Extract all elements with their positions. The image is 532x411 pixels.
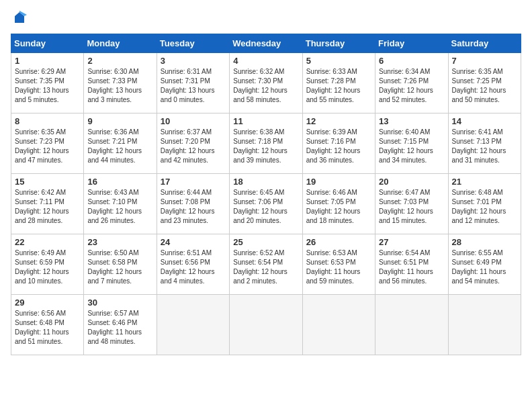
day-number: 1 [15,56,80,66]
day-number: 19 [306,177,371,187]
column-header-tuesday: Tuesday [157,34,229,53]
day-info: Sunrise: 6:42 AMSunset: 7:11 PMDaylight:… [15,188,80,226]
day-info: Sunrise: 6:56 AMSunset: 6:48 PMDaylight:… [15,309,80,347]
day-number: 9 [87,116,152,126]
calendar-day-cell: 10Sunrise: 6:37 AMSunset: 7:20 PMDayligh… [157,113,229,174]
calendar-day-cell [230,295,302,355]
day-info: Sunrise: 6:38 AMSunset: 7:18 PMDaylight:… [233,128,298,165]
calendar-day-cell: 1Sunrise: 6:29 AMSunset: 7:35 PMDaylight… [11,53,84,113]
calendar-day-cell: 12Sunrise: 6:39 AMSunset: 7:16 PMDayligh… [302,113,375,174]
day-number: 6 [379,56,444,66]
day-info: Sunrise: 6:29 AMSunset: 7:35 PMDaylight:… [15,67,80,105]
calendar-day-cell: 21Sunrise: 6:48 AMSunset: 7:01 PMDayligh… [448,174,521,234]
day-number: 2 [87,56,152,66]
day-number: 27 [379,237,444,247]
calendar-day-cell [157,295,229,355]
day-info: Sunrise: 6:43 AMSunset: 7:10 PMDaylight:… [87,188,152,226]
day-number: 30 [87,298,152,308]
column-header-monday: Monday [84,34,157,53]
day-info: Sunrise: 6:54 AMSunset: 6:51 PMDaylight:… [379,248,444,286]
calendar-day-cell: 27Sunrise: 6:54 AMSunset: 6:51 PMDayligh… [375,234,448,295]
day-number: 17 [161,177,226,187]
day-info: Sunrise: 6:46 AMSunset: 7:05 PMDaylight:… [306,188,371,226]
day-info: Sunrise: 6:39 AMSunset: 7:16 PMDaylight:… [306,128,371,165]
day-number: 21 [452,177,517,187]
day-info: Sunrise: 6:36 AMSunset: 7:21 PMDaylight:… [87,128,152,165]
calendar-week-row: 1Sunrise: 6:29 AMSunset: 7:35 PMDaylight… [11,53,521,113]
calendar-day-cell: 22Sunrise: 6:49 AMSunset: 6:59 PMDayligh… [11,234,84,295]
day-info: Sunrise: 6:30 AMSunset: 7:33 PMDaylight:… [87,67,152,105]
day-number: 10 [161,116,226,126]
day-number: 25 [233,237,298,247]
calendar-day-cell: 14Sunrise: 6:41 AMSunset: 7:13 PMDayligh… [448,113,521,174]
day-info: Sunrise: 6:52 AMSunset: 6:54 PMDaylight:… [233,248,298,286]
calendar-day-cell: 26Sunrise: 6:53 AMSunset: 6:53 PMDayligh… [302,234,375,295]
day-number: 26 [306,237,371,247]
day-number: 11 [233,116,298,126]
calendar-day-cell: 4Sunrise: 6:32 AMSunset: 7:30 PMDaylight… [230,53,302,113]
day-info: Sunrise: 6:53 AMSunset: 6:53 PMDaylight:… [306,248,371,286]
day-number: 22 [15,237,80,247]
day-number: 3 [161,56,226,66]
calendar-day-cell: 16Sunrise: 6:43 AMSunset: 7:10 PMDayligh… [84,174,157,234]
day-info: Sunrise: 6:44 AMSunset: 7:08 PMDaylight:… [161,188,226,226]
day-number: 20 [379,177,444,187]
day-info: Sunrise: 6:33 AMSunset: 7:28 PMDaylight:… [306,67,371,105]
calendar-day-cell: 23Sunrise: 6:50 AMSunset: 6:58 PMDayligh… [84,234,157,295]
day-info: Sunrise: 6:31 AMSunset: 7:31 PMDaylight:… [161,67,226,105]
calendar-day-cell: 29Sunrise: 6:56 AMSunset: 6:48 PMDayligh… [11,295,84,355]
calendar-day-cell: 11Sunrise: 6:38 AMSunset: 7:18 PMDayligh… [230,113,302,174]
calendar-day-cell: 30Sunrise: 6:57 AMSunset: 6:46 PMDayligh… [84,295,157,355]
calendar-week-row: 29Sunrise: 6:56 AMSunset: 6:48 PMDayligh… [11,295,521,355]
day-number: 15 [15,177,80,187]
calendar-week-row: 22Sunrise: 6:49 AMSunset: 6:59 PMDayligh… [11,234,521,295]
calendar-day-cell: 2Sunrise: 6:30 AMSunset: 7:33 PMDaylight… [84,53,157,113]
page-header [11,11,521,26]
day-info: Sunrise: 6:35 AMSunset: 7:25 PMDaylight:… [452,67,517,105]
day-number: 7 [452,56,517,66]
day-info: Sunrise: 6:37 AMSunset: 7:20 PMDaylight:… [161,128,226,165]
day-number: 13 [379,116,444,126]
column-header-wednesday: Wednesday [230,34,302,53]
calendar-day-cell: 19Sunrise: 6:46 AMSunset: 7:05 PMDayligh… [302,174,375,234]
calendar-day-cell [375,295,448,355]
day-info: Sunrise: 6:47 AMSunset: 7:03 PMDaylight:… [379,188,444,226]
day-info: Sunrise: 6:34 AMSunset: 7:26 PMDaylight:… [379,67,444,105]
calendar-week-row: 8Sunrise: 6:35 AMSunset: 7:23 PMDaylight… [11,113,521,174]
column-header-sunday: Sunday [11,34,84,53]
calendar-day-cell [302,295,375,355]
calendar-day-cell: 3Sunrise: 6:31 AMSunset: 7:31 PMDaylight… [157,53,229,113]
day-number: 16 [87,177,152,187]
logo-icon [12,11,27,26]
day-info: Sunrise: 6:45 AMSunset: 7:06 PMDaylight:… [233,188,298,226]
calendar-week-row: 15Sunrise: 6:42 AMSunset: 7:11 PMDayligh… [11,174,521,234]
calendar-day-cell: 5Sunrise: 6:33 AMSunset: 7:28 PMDaylight… [302,53,375,113]
day-info: Sunrise: 6:49 AMSunset: 6:59 PMDaylight:… [15,248,80,286]
calendar-day-cell: 6Sunrise: 6:34 AMSunset: 7:26 PMDaylight… [375,53,448,113]
calendar-day-cell: 15Sunrise: 6:42 AMSunset: 7:11 PMDayligh… [11,174,84,234]
column-header-saturday: Saturday [448,34,521,53]
calendar-day-cell: 8Sunrise: 6:35 AMSunset: 7:23 PMDaylight… [11,113,84,174]
day-info: Sunrise: 6:51 AMSunset: 6:56 PMDaylight:… [161,248,226,286]
day-number: 24 [161,237,226,247]
calendar-day-cell: 7Sunrise: 6:35 AMSunset: 7:25 PMDaylight… [448,53,521,113]
day-info: Sunrise: 6:41 AMSunset: 7:13 PMDaylight:… [452,128,517,165]
day-info: Sunrise: 6:32 AMSunset: 7:30 PMDaylight:… [233,67,298,105]
day-number: 18 [233,177,298,187]
day-number: 23 [87,237,152,247]
day-number: 14 [452,116,517,126]
day-info: Sunrise: 6:57 AMSunset: 6:46 PMDaylight:… [87,309,152,347]
day-info: Sunrise: 6:50 AMSunset: 6:58 PMDaylight:… [87,248,152,286]
day-info: Sunrise: 6:48 AMSunset: 7:01 PMDaylight:… [452,188,517,226]
column-header-friday: Friday [375,34,448,53]
calendar-day-cell [448,295,521,355]
calendar-day-cell: 28Sunrise: 6:55 AMSunset: 6:49 PMDayligh… [448,234,521,295]
day-number: 28 [452,237,517,247]
day-number: 8 [15,116,80,126]
day-number: 12 [306,116,371,126]
day-info: Sunrise: 6:40 AMSunset: 7:15 PMDaylight:… [379,128,444,165]
calendar-day-cell: 17Sunrise: 6:44 AMSunset: 7:08 PMDayligh… [157,174,229,234]
calendar-day-cell: 13Sunrise: 6:40 AMSunset: 7:15 PMDayligh… [375,113,448,174]
day-number: 29 [15,298,80,308]
calendar-day-cell: 24Sunrise: 6:51 AMSunset: 6:56 PMDayligh… [157,234,229,295]
